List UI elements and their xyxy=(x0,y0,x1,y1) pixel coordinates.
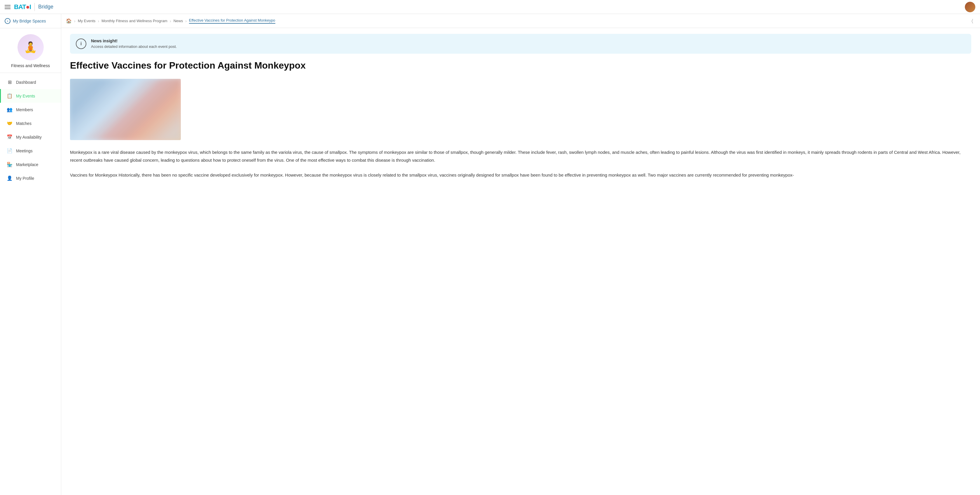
top-header: BAT●I Bridge xyxy=(0,0,980,14)
header-divider xyxy=(34,3,35,11)
breadcrumb-program[interactable]: Monthly Fitness and Wellness Program xyxy=(102,19,167,23)
dashboard-icon: ⊞ xyxy=(7,79,13,85)
sidebar-item-my-events[interactable]: 📋 My Events xyxy=(0,89,61,103)
space-avatar: 🧘 xyxy=(18,34,44,61)
main-layout: + My Bridge Spaces 🧘 Fitness and Wellnes… xyxy=(0,14,980,495)
my-events-icon: 📋 xyxy=(7,93,13,99)
breadcrumb-news[interactable]: News xyxy=(173,19,183,23)
user-avatar[interactable] xyxy=(965,2,975,12)
my-events-label: My Events xyxy=(16,94,35,98)
news-insight-banner: i News insight! Access detailed informat… xyxy=(70,34,971,54)
right-panel: 🏠›My Events›Monthly Fitness and Wellness… xyxy=(61,14,980,495)
sidebar-item-my-availability[interactable]: 📅 My Availability xyxy=(0,130,61,144)
marketplace-icon: 🏪 xyxy=(7,162,13,167)
my-availability-icon: 📅 xyxy=(7,134,13,140)
logo-area: BAT●I xyxy=(14,3,31,11)
breadcrumb-article[interactable]: Effective Vaccines for Protection Agains… xyxy=(189,18,275,24)
space-name: Fitness and Wellness xyxy=(11,63,50,68)
article-paragraph-2: Vaccines for Monkeypox Historically, the… xyxy=(70,171,971,179)
breadcrumb-home[interactable]: 🏠 xyxy=(66,18,72,24)
my-availability-label: My Availability xyxy=(16,135,42,139)
sidebar-item-matches[interactable]: 🤝 Matches xyxy=(0,117,61,130)
banner-text: News insight! Access detailed informatio… xyxy=(91,38,177,49)
logo: BAT●I xyxy=(14,3,31,11)
my-profile-label: My Profile xyxy=(16,176,34,180)
article-image xyxy=(70,79,181,140)
sidebar-item-dashboard[interactable]: ⊞ Dashboard xyxy=(0,75,61,89)
my-bridge-spaces-button[interactable]: + My Bridge Spaces xyxy=(0,14,61,28)
sidebar: + My Bridge Spaces 🧘 Fitness and Wellnes… xyxy=(0,14,61,495)
breadcrumb-separator-2: › xyxy=(170,19,171,23)
user-avatar-image xyxy=(965,2,975,12)
marketplace-label: Marketplace xyxy=(16,162,38,167)
breadcrumb-separator-3: › xyxy=(185,19,187,23)
space-avatar-image: 🧘 xyxy=(18,34,44,61)
article-container: Effective Vaccines for Protection Agains… xyxy=(61,59,980,198)
meetings-icon: 📄 xyxy=(7,148,13,153)
my-profile-icon: 👤 xyxy=(7,176,13,181)
article-paragraph-1: Monkeypox is a rare viral disease caused… xyxy=(70,148,971,164)
banner-description: Access detailed information about each e… xyxy=(91,45,177,49)
space-profile: 🧘 Fitness and Wellness xyxy=(0,28,61,73)
breadcrumb-separator-1: › xyxy=(98,19,99,23)
article-body: Monkeypox is a rare viral disease caused… xyxy=(70,148,971,179)
breadcrumb-my-events[interactable]: My Events xyxy=(78,19,95,23)
banner-title: News insight! xyxy=(91,38,177,43)
article-title: Effective Vaccines for Protection Agains… xyxy=(70,59,971,72)
breadcrumb-separator-0: › xyxy=(74,19,76,23)
meetings-label: Meetings xyxy=(16,148,33,153)
matches-label: Matches xyxy=(16,121,32,126)
spaces-circle-icon: + xyxy=(5,18,11,24)
members-icon: 👥 xyxy=(7,107,13,112)
sidebar-item-marketplace[interactable]: 🏪 Marketplace xyxy=(0,158,61,171)
nav-items: ⊞ Dashboard 📋 My Events 👥 Members 🤝 Matc… xyxy=(0,73,61,495)
bridge-title: Bridge xyxy=(38,4,53,10)
sidebar-item-meetings[interactable]: 📄 Meetings xyxy=(0,144,61,158)
matches-icon: 🤝 xyxy=(7,121,13,126)
breadcrumb-collapse-button[interactable]: 〈 xyxy=(969,17,975,25)
dashboard-label: Dashboard xyxy=(16,80,36,85)
hamburger-menu[interactable] xyxy=(5,4,11,10)
sidebar-item-my-profile[interactable]: 👤 My Profile xyxy=(0,171,61,185)
members-label: Members xyxy=(16,107,33,112)
spaces-button-label: My Bridge Spaces xyxy=(13,19,46,23)
sidebar-item-members[interactable]: 👥 Members xyxy=(0,103,61,117)
content-area: i News insight! Access detailed informat… xyxy=(61,28,980,495)
info-icon: i xyxy=(76,38,86,49)
breadcrumb-bar: 🏠›My Events›Monthly Fitness and Wellness… xyxy=(61,14,980,28)
